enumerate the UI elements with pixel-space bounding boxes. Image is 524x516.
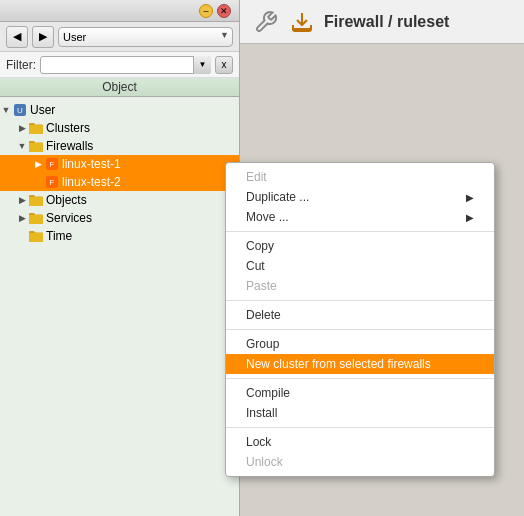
menu-arrow-icon-duplicate: ▶ <box>466 192 474 203</box>
wrench-icon <box>252 8 280 36</box>
right-panel-header: Firewall / ruleset <box>240 0 524 44</box>
tree-toggle-services[interactable]: ▶ <box>16 212 28 224</box>
menu-item-delete[interactable]: Delete <box>226 305 494 325</box>
filter-dropdown-button[interactable]: ▼ <box>193 56 211 74</box>
menu-item-label-move: Move ... <box>246 210 289 224</box>
menu-separator <box>226 231 494 232</box>
tree-body: ▼UUser▶Clusters▼Firewalls▶Flinux-test-1 … <box>0 97 239 516</box>
left-panel: – ✕ ◀ ▶ User ▼ Filter: ▼ x Object ▼UUser… <box>0 0 240 516</box>
menu-item-label-paste: Paste <box>246 279 277 293</box>
tree-item-time[interactable]: Time <box>0 227 239 245</box>
tree-icon-firewalls <box>28 138 44 154</box>
tree-toggle-linux-test-1[interactable]: ▶ <box>32 158 44 170</box>
svg-rect-9 <box>29 215 43 224</box>
tree-label-time: Time <box>46 229 72 243</box>
tree-label-clusters: Clusters <box>46 121 90 135</box>
menu-item-paste: Paste <box>226 276 494 296</box>
menu-item-cut[interactable]: Cut <box>226 256 494 276</box>
menu-item-compile[interactable]: Compile <box>226 383 494 403</box>
tree-toggle-linux-test-2[interactable] <box>32 176 44 188</box>
tree-label-firewalls: Firewalls <box>46 139 93 153</box>
svg-text:U: U <box>17 106 23 115</box>
filter-clear-button[interactable]: x <box>215 56 233 74</box>
svg-rect-2 <box>29 125 43 134</box>
menu-item-label-delete: Delete <box>246 308 281 322</box>
menu-item-group[interactable]: Group <box>226 334 494 354</box>
tree-item-objects[interactable]: ▶Objects <box>0 191 239 209</box>
tree-item-firewalls[interactable]: ▼Firewalls <box>0 137 239 155</box>
menu-item-label-cut: Cut <box>246 259 265 273</box>
tree-icon-time <box>28 228 44 244</box>
back-button[interactable]: ◀ <box>6 26 28 48</box>
menu-item-label-group: Group <box>246 337 279 351</box>
menu-item-edit: Edit <box>226 167 494 187</box>
context-menu: EditDuplicate ...▶Move ...▶CopyCutPasteD… <box>225 162 495 477</box>
tree-label-services: Services <box>46 211 92 225</box>
menu-item-label-duplicate: Duplicate ... <box>246 190 309 204</box>
menu-item-duplicate[interactable]: Duplicate ...▶ <box>226 187 494 207</box>
nav-bar: ◀ ▶ User ▼ <box>0 22 239 52</box>
menu-item-new-cluster[interactable]: New cluster from selected firewalls <box>226 354 494 374</box>
menu-separator <box>226 329 494 330</box>
menu-item-label-lock: Lock <box>246 435 271 449</box>
tree-icon-linux-test-1: F <box>44 156 60 172</box>
tree-icon-clusters <box>28 120 44 136</box>
tree-label-linux-test-2: linux-test-2 <box>62 175 121 189</box>
tree-label-linux-test-1: linux-test-1 <box>62 157 121 171</box>
tree-toggle-time[interactable] <box>16 230 28 242</box>
menu-item-copy[interactable]: Copy <box>226 236 494 256</box>
tree-icon-linux-test-2: F <box>44 174 60 190</box>
menu-separator <box>226 378 494 379</box>
tree-label-user: User <box>30 103 55 117</box>
filter-input[interactable] <box>40 56 211 74</box>
tree-item-linux-test-2[interactable]: Flinux-test-2 <box>0 173 239 191</box>
tree-toggle-user[interactable]: ▼ <box>0 104 12 116</box>
title-bar-buttons: – ✕ <box>199 4 231 18</box>
tree-item-linux-test-1[interactable]: ▶Flinux-test-1 <box>0 155 239 173</box>
filter-bar: Filter: ▼ x <box>0 52 239 78</box>
menu-item-label-unlock: Unlock <box>246 455 283 469</box>
menu-item-label-install: Install <box>246 406 277 420</box>
title-bar: – ✕ <box>0 0 239 22</box>
tree-toggle-firewalls[interactable]: ▼ <box>16 140 28 152</box>
tree-label-objects: Objects <box>46 193 87 207</box>
nav-select[interactable]: User <box>58 27 233 47</box>
svg-rect-8 <box>29 197 43 206</box>
menu-arrow-icon-move: ▶ <box>466 212 474 223</box>
svg-rect-3 <box>29 143 43 152</box>
tree-icon-services <box>28 210 44 226</box>
tree-header: Object <box>0 78 239 97</box>
tree-item-user[interactable]: ▼UUser <box>0 101 239 119</box>
menu-separator <box>226 300 494 301</box>
filter-input-wrapper: ▼ <box>40 56 211 74</box>
menu-item-label-compile: Compile <box>246 386 290 400</box>
menu-item-label-new-cluster: New cluster from selected firewalls <box>246 357 431 371</box>
right-panel-title: Firewall / ruleset <box>324 13 449 31</box>
menu-item-move[interactable]: Move ...▶ <box>226 207 494 227</box>
forward-button[interactable]: ▶ <box>32 26 54 48</box>
filter-label: Filter: <box>6 58 36 72</box>
tree-icon-objects <box>28 192 44 208</box>
svg-rect-12 <box>293 28 311 31</box>
menu-item-install[interactable]: Install <box>226 403 494 423</box>
install-icon <box>288 8 316 36</box>
close-button[interactable]: ✕ <box>217 4 231 18</box>
minimize-button[interactable]: – <box>199 4 213 18</box>
menu-separator <box>226 427 494 428</box>
svg-rect-10 <box>29 233 43 242</box>
tree-item-clusters[interactable]: ▶Clusters <box>0 119 239 137</box>
menu-item-label-copy: Copy <box>246 239 274 253</box>
svg-text:F: F <box>50 178 55 187</box>
tree-toggle-clusters[interactable]: ▶ <box>16 122 28 134</box>
tree-icon-user: U <box>12 102 28 118</box>
tree-toggle-objects[interactable]: ▶ <box>16 194 28 206</box>
menu-item-lock[interactable]: Lock <box>226 432 494 452</box>
menu-item-label-edit: Edit <box>246 170 267 184</box>
tree-item-services[interactable]: ▶Services <box>0 209 239 227</box>
nav-select-wrapper: User ▼ <box>58 27 233 47</box>
menu-item-unlock: Unlock <box>226 452 494 472</box>
svg-text:F: F <box>50 160 55 169</box>
